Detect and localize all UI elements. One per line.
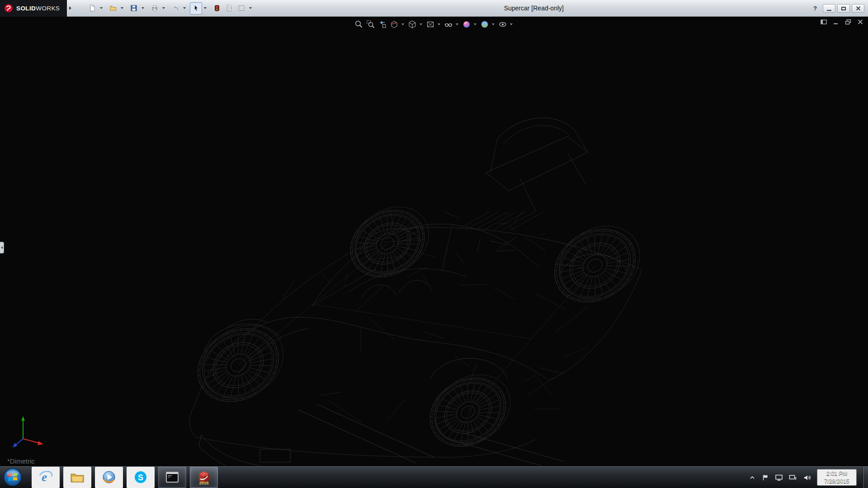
view-settings-dropdown[interactable] — [509, 18, 514, 30]
view-orientation-icon — [408, 20, 417, 29]
start-button[interactable] — [2, 467, 23, 488]
close-button[interactable] — [852, 4, 864, 13]
apply-scene-dropdown[interactable] — [491, 18, 495, 30]
undo-dropdown[interactable] — [181, 2, 187, 14]
previous-view-icon — [378, 20, 387, 29]
open-folder-icon — [109, 5, 117, 12]
doc-minimize-icon — [833, 19, 839, 25]
action-center-button[interactable] — [762, 474, 769, 481]
doc-restore-button[interactable] — [845, 19, 851, 25]
select-button[interactable] — [190, 2, 202, 14]
dock-window-icon — [821, 19, 827, 25]
file-properties-icon — [226, 5, 233, 12]
window-title: Supercar [Read-only] — [504, 5, 564, 12]
monitor-icon — [775, 474, 783, 481]
undo-icon — [172, 5, 179, 12]
doc-close-button[interactable] — [857, 19, 863, 25]
view-orientation-label: *Dimetric — [7, 457, 35, 465]
console-window-button[interactable] — [158, 467, 186, 488]
maximize-button[interactable] — [837, 4, 850, 13]
solidworks-app-icon: 2015 — [196, 469, 212, 485]
toolbar-flyout-arrow[interactable] — [67, 2, 73, 14]
brand-light: WORKS — [36, 5, 60, 12]
doc-minimize-button[interactable] — [833, 19, 839, 25]
help-button[interactable]: ? — [809, 4, 821, 13]
doc-restore-icon — [845, 19, 851, 25]
clock-date: 7/28/2015 — [818, 478, 856, 485]
view-orientation-dropdown[interactable] — [418, 18, 423, 30]
display-settings-button[interactable] — [775, 474, 783, 481]
svg-text:S: S — [138, 473, 143, 482]
orientation-triad — [4, 409, 47, 454]
skype-button[interactable]: S — [127, 467, 155, 488]
windows-taskbar: e S — [0, 466, 868, 488]
flag-icon — [762, 474, 769, 481]
internet-explorer-icon: e — [38, 470, 53, 484]
panel-collapse-tab[interactable] — [0, 242, 4, 253]
apply-scene-button[interactable] — [479, 18, 491, 30]
close-icon — [856, 6, 861, 11]
new-document-dropdown[interactable] — [98, 2, 104, 14]
solidworks-taskbar-button[interactable]: 2015 — [190, 467, 218, 488]
brand-text: SOLIDWORKS — [16, 5, 60, 12]
edit-appearance-icon — [462, 20, 471, 29]
zoom-to-fit-icon — [354, 20, 363, 29]
previous-view-button[interactable] — [377, 18, 388, 30]
taskbar-clock[interactable]: 2:01 PM 7/28/2015 — [817, 469, 857, 486]
tray-expand-button[interactable] — [749, 474, 756, 481]
options-button[interactable] — [235, 2, 247, 14]
open-button[interactable] — [107, 2, 119, 14]
view-orientation-button[interactable] — [406, 18, 418, 30]
3ds-logo-icon — [4, 4, 13, 13]
minimize-button[interactable] — [823, 4, 835, 13]
zoom-to-fit-button[interactable] — [353, 18, 365, 30]
media-player-button[interactable] — [95, 467, 123, 488]
edit-appearance-button[interactable] — [461, 18, 472, 30]
display-style-button[interactable] — [425, 18, 436, 30]
section-view-dropdown[interactable] — [400, 18, 405, 30]
undo-button[interactable] — [169, 2, 181, 14]
folder-icon — [70, 471, 85, 483]
headsup-view-toolbar — [353, 18, 515, 30]
solidworks-logo: SOLIDWORKS — [0, 0, 67, 17]
open-dropdown[interactable] — [119, 2, 125, 14]
brand-bold: SOLID — [16, 5, 36, 12]
select-dropdown[interactable] — [202, 2, 208, 14]
display-style-dropdown[interactable] — [436, 18, 441, 30]
save-dropdown[interactable] — [140, 2, 146, 14]
print-button[interactable] — [148, 2, 160, 14]
speaker-icon — [803, 474, 811, 481]
options-icon — [238, 5, 245, 12]
windows-explorer-button[interactable] — [63, 467, 91, 488]
hide-show-items-button[interactable] — [443, 18, 454, 30]
section-view-button[interactable] — [388, 18, 400, 30]
save-icon — [130, 5, 137, 12]
solidworks-window: SOLIDWORKS — [0, 0, 868, 488]
new-document-button[interactable] — [86, 2, 98, 14]
graphics-viewport[interactable]: *Dimetric — [0, 17, 868, 466]
show-desktop-button[interactable] — [863, 466, 868, 488]
rebuild-icon — [213, 5, 221, 12]
hide-show-items-icon — [444, 20, 453, 29]
print-icon — [151, 5, 158, 12]
edit-appearance-dropdown[interactable] — [472, 18, 477, 30]
app-titlebar: SOLIDWORKS — [0, 0, 868, 17]
solidworks-year-badge: 2015 — [199, 480, 209, 485]
minimize-icon — [827, 10, 831, 11]
volume-button[interactable] — [803, 474, 811, 481]
display-style-icon — [426, 20, 435, 29]
zoom-to-area-button[interactable] — [365, 18, 377, 30]
internet-explorer-button[interactable]: e — [32, 467, 60, 488]
rebuild-button[interactable] — [211, 2, 223, 14]
hide-show-items-dropdown[interactable] — [454, 18, 459, 30]
file-properties-button[interactable] — [223, 2, 235, 14]
print-dropdown[interactable] — [160, 2, 166, 14]
console-window-icon — [165, 471, 179, 483]
zoom-to-area-icon — [366, 20, 375, 29]
view-settings-button[interactable] — [497, 18, 509, 30]
network-button[interactable] — [789, 474, 797, 481]
options-dropdown[interactable] — [247, 2, 253, 14]
save-button[interactable] — [127, 2, 140, 14]
dock-window-button[interactable] — [821, 19, 827, 25]
new-document-icon — [89, 5, 96, 12]
